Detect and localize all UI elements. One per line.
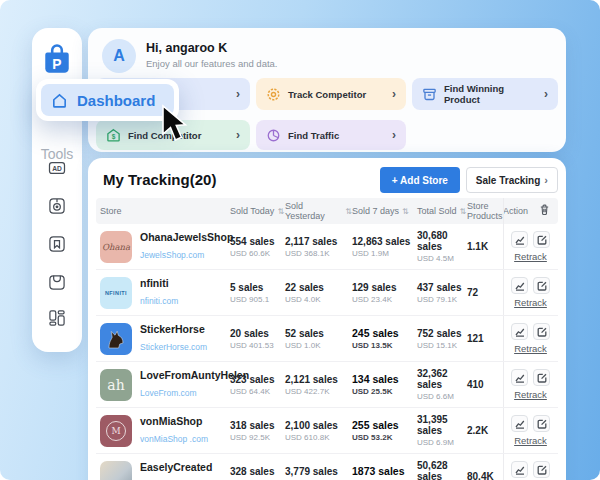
action-cell: Retrack <box>503 461 558 480</box>
col-total-sold[interactable]: Total Sold⇅ <box>417 206 467 216</box>
store-link[interactable]: vonMiaShop .com <box>140 434 208 444</box>
store-logo: M <box>100 415 132 447</box>
total-sold-cell: 50,628 sales USD 2.4M <box>417 460 467 480</box>
chart-button[interactable] <box>511 415 528 432</box>
action-cell: Retrack <box>503 231 558 262</box>
svg-text:AD: AD <box>52 165 62 172</box>
sold-today-cell: 20 sales USD 401.53 <box>230 328 285 350</box>
table-row: EaselyCreated EaselyCreated .com 328 sal… <box>96 454 558 480</box>
edit-button[interactable] <box>533 415 550 432</box>
retrack-link[interactable]: Retrack <box>514 435 547 446</box>
col-store-products: Store Products <box>467 201 503 221</box>
store-products-cell: 80.4K <box>467 471 503 480</box>
store-products-cell: 410 <box>467 379 503 390</box>
table-row: M vonMiaShop vonMiaShop .com 318 sales U… <box>96 408 558 454</box>
store-link[interactable]: JewelsShop.com <box>140 250 204 260</box>
sold-yesterday-cell: 3,779 sales USD 165.7K <box>285 466 352 480</box>
col-store: Store <box>100 206 230 216</box>
sold-7-days-cell: 255 sales USD 53.2K <box>352 419 417 442</box>
total-sold-cell: 32,362 sales USD 6.6M <box>417 368 467 401</box>
chevron-right-icon: › <box>236 87 240 101</box>
table-row: Ohana OhanaJewelsShop JewelsShop.com 554… <box>96 224 558 270</box>
dollar-house-icon: $ <box>106 128 121 143</box>
edit-button[interactable] <box>533 231 550 248</box>
chevron-right-icon: › <box>236 128 240 142</box>
sold-today-cell: 554 sales USD 60.6K <box>230 236 285 258</box>
svg-text:P: P <box>52 56 61 72</box>
store-name: EaselyCreated <box>140 461 217 474</box>
sort-icon: ⇅ <box>277 207 284 216</box>
store-products-cell: 72 <box>467 287 503 298</box>
col-sold-today[interactable]: Sold Today⇅ <box>230 206 285 216</box>
card-find-traffic[interactable]: Find Traffic › <box>256 120 406 150</box>
sold-yesterday-cell: 2,117 sales USD 368.1K <box>285 236 352 258</box>
sidebar: P Tools AD <box>32 28 82 352</box>
my-tracking-panel: My Tracking(20) + Add Store Sale Trackin… <box>88 158 566 480</box>
ad-icon[interactable]: AD <box>47 158 67 178</box>
chevron-right-icon: › <box>392 87 396 101</box>
dashboard-nav-popup[interactable]: Dashboard <box>36 79 179 121</box>
store-name: nfiniti <box>140 277 178 290</box>
card-track-competitor[interactable]: Track Competitor › <box>256 78 406 110</box>
pie-chart-icon <box>266 128 281 143</box>
card-label: Track Competitor <box>288 89 366 100</box>
sold-7-days-cell: 12,863 sales USD 1.9M <box>352 236 417 258</box>
sold-yesterday-cell: 2,100 sales USD 610.8K <box>285 420 352 442</box>
avatar[interactable]: A <box>102 39 136 73</box>
sold-today-cell: 318 sales USD 92.5K <box>230 420 285 442</box>
store-link[interactable]: nfiniti.com <box>140 296 178 306</box>
chart-button[interactable] <box>511 277 528 294</box>
sold-yesterday-cell: 52 sales USD 1.0K <box>285 328 352 350</box>
store-logo: NFINITI <box>100 277 132 309</box>
edit-button[interactable] <box>533 323 550 340</box>
bookmark-icon[interactable] <box>47 234 67 254</box>
table-row: ah LoveFromAuntyHelen LoveFrom.com 323 s… <box>96 362 558 408</box>
chart-button[interactable] <box>511 231 528 248</box>
greeting-text: Hi, angaroo K <box>146 41 278 55</box>
product-scan-icon[interactable] <box>47 196 67 216</box>
store-products-cell: 121 <box>467 333 503 344</box>
sold-7-days-cell: 129 sales USD 23.4K <box>352 282 417 304</box>
card-find-winning-product[interactable]: Find Winning Product › <box>412 78 558 110</box>
sold-yesterday-cell: 22 sales USD 4.0K <box>285 282 352 304</box>
chart-button[interactable] <box>511 369 528 386</box>
sale-tracking-button[interactable]: Sale Tracking › <box>466 167 558 193</box>
store-logo <box>100 461 132 480</box>
brand-logo-icon[interactable]: P <box>42 43 72 79</box>
store-products-cell: 1.1K <box>467 241 503 252</box>
col-sold-yesterday[interactable]: Sold Yesterday⇅ <box>285 201 352 221</box>
table-header: Store Sold Today⇅ Sold Yesterday⇅ Sold 7… <box>96 198 558 224</box>
col-sold-7-days[interactable]: Sold 7 days⇅ <box>352 206 417 216</box>
retrack-link[interactable]: Retrack <box>514 389 547 400</box>
chart-button[interactable] <box>511 461 528 478</box>
basket-icon[interactable] <box>47 272 67 292</box>
store-link[interactable]: LoveFrom.com <box>140 388 197 398</box>
store-name: OhanaJewelsShop <box>140 231 233 244</box>
sold-7-days-cell: 245 sales USD 13.5K <box>352 327 417 350</box>
add-store-button[interactable]: + Add Store <box>380 167 460 193</box>
action-cell: Retrack <box>503 369 558 400</box>
action-cell: Retrack <box>503 277 558 308</box>
store-link[interactable]: StickerHorse.com <box>140 342 207 352</box>
total-sold-cell: 30,680 sales USD 4.5M <box>417 230 467 263</box>
tracking-title: My Tracking(20) <box>103 171 216 188</box>
total-sold-cell: 437 sales USD 79.1K <box>417 282 467 304</box>
chevron-right-icon: › <box>392 128 396 142</box>
card-label: Find Winning Product <box>444 83 537 105</box>
store-products-cell: 2.2K <box>467 425 503 436</box>
mouse-cursor-icon <box>160 104 192 148</box>
edit-button[interactable] <box>533 369 550 386</box>
chart-button[interactable] <box>511 323 528 340</box>
col-action: Action <box>503 204 558 218</box>
retrack-link[interactable]: Retrack <box>514 297 547 308</box>
edit-button[interactable] <box>533 277 550 294</box>
sold-today-cell: 328 sales USD 14.4K <box>230 466 285 480</box>
retrack-link[interactable]: Retrack <box>514 343 547 354</box>
table-row: StickerHorse StickerHorse.com 20 sales U… <box>96 316 558 362</box>
apps-icon[interactable] <box>47 308 67 328</box>
chevron-right-icon: › <box>544 174 548 186</box>
edit-button[interactable] <box>533 461 550 478</box>
trash-icon[interactable] <box>539 204 550 218</box>
retrack-link[interactable]: Retrack <box>514 251 547 262</box>
action-cell: Retrack <box>503 323 558 354</box>
